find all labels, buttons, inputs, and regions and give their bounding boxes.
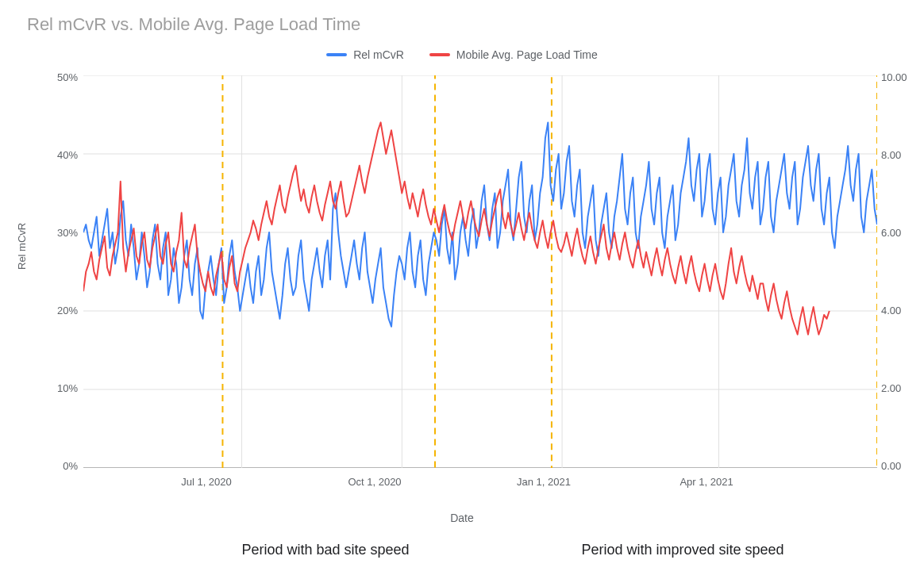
- y-axis-left-label: Rel mCvR: [16, 223, 28, 270]
- annotation-bad-period: Period with bad site speed: [183, 542, 468, 558]
- x-axis-label: Date: [0, 512, 924, 524]
- plot-area: [83, 75, 877, 468]
- legend-label-2: Mobile Avg. Page Load Time: [456, 48, 598, 61]
- y-right-tick-2: 4.00: [881, 305, 924, 316]
- legend-swatch-2: [429, 53, 450, 56]
- legend: Rel mCvR Mobile Avg. Page Load Time: [0, 46, 924, 61]
- x-tick-0: Jul 1, 2020: [159, 476, 254, 488]
- y-right-tick-5: 10.00: [881, 71, 924, 83]
- y-right-tick-1: 2.00: [881, 382, 924, 394]
- y-left-tick-2: 20%: [30, 305, 78, 316]
- chart-svg: [83, 75, 877, 468]
- svg-rect-11: [552, 75, 877, 468]
- y-right-tick-3: 6.00: [881, 227, 924, 239]
- y-left-tick-4: 40%: [30, 149, 78, 161]
- y-left-tick-0: 0%: [30, 460, 78, 472]
- y-left-tick-1: 10%: [30, 382, 78, 394]
- x-tick-3: Apr 1, 2021: [659, 476, 754, 488]
- chart-title: Rel mCvR vs. Mobile Avg. Page Load Time: [27, 14, 360, 35]
- y-right-tick-0: 0.00: [881, 460, 924, 472]
- legend-item-2: Mobile Avg. Page Load Time: [429, 48, 598, 61]
- y-left-tick-3: 30%: [30, 227, 78, 239]
- y-right-tick-4: 8.00: [881, 149, 924, 161]
- x-tick-1: Oct 1, 2020: [327, 476, 422, 488]
- legend-swatch-1: [326, 53, 347, 56]
- x-tick-2: Jan 1, 2021: [496, 476, 591, 488]
- legend-item-1: Rel mCvR: [326, 48, 404, 61]
- legend-label-1: Rel mCvR: [353, 48, 404, 61]
- annotation-improved-period: Period with improved site speed: [540, 542, 826, 558]
- y-left-tick-5: 50%: [30, 71, 78, 83]
